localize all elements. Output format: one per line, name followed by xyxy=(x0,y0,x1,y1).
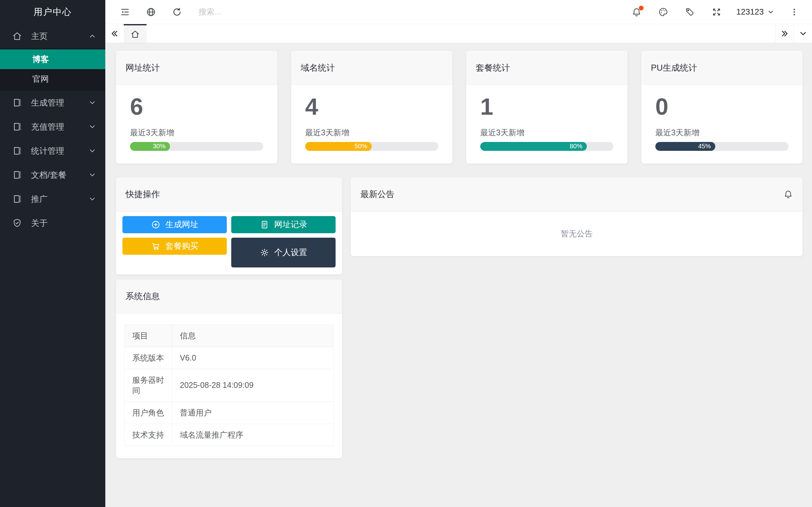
row-value: 2025-08-28 14:09:09 xyxy=(172,369,334,401)
home-tab-icon xyxy=(131,30,140,39)
row-value: 域名流量推广程序 xyxy=(172,424,334,446)
row-value: V6.0 xyxy=(172,347,334,369)
announcements-header: 最新公告 xyxy=(351,177,803,212)
sidebar-item-label: 充值管理 xyxy=(31,121,64,132)
notebook-icon xyxy=(12,146,22,156)
more-options-kebab-icon[interactable] xyxy=(787,5,801,19)
column-header: 项目 xyxy=(125,325,172,347)
announcements-card: 最新公告 暂无公告 xyxy=(351,177,803,256)
stat-recent-label: 最近3天新增 xyxy=(655,127,789,138)
announcements-title: 最新公告 xyxy=(360,188,395,200)
stat-card-body: 6 最近3天新增 30% xyxy=(116,85,277,164)
stat-value: 0 xyxy=(655,95,789,119)
user-menu[interactable]: 123123 xyxy=(736,7,774,17)
table-row: 技术支持 域名流量推广程序 xyxy=(125,424,334,446)
system-info-body: 项目 信息 系统版本 V6.0 服务器时间 xyxy=(116,314,342,458)
stat-recent-label: 最近3天新增 xyxy=(130,127,263,138)
row-value: 普通用户 xyxy=(172,401,334,424)
stat-recent-label: 最近3天新增 xyxy=(305,127,438,138)
sidebar: 用户中心 主页 博客 官网 生成管理 xyxy=(0,0,105,507)
tabs-scroll-left-icon[interactable] xyxy=(105,24,124,43)
sidebar-item-blog[interactable]: 博客 xyxy=(0,49,105,69)
chevron-down-icon xyxy=(88,147,96,155)
table-row: 用户角色 普通用户 xyxy=(125,401,334,424)
progress-fill: 45% xyxy=(655,142,715,151)
sidebar-item-official-site[interactable]: 官网 xyxy=(0,69,105,89)
progress-bar: 30% xyxy=(130,142,263,151)
document-icon xyxy=(260,220,269,229)
sidebar-item-home[interactable]: 主页 xyxy=(0,24,105,48)
stat-card-body: 4 最近3天新增 50% xyxy=(291,85,452,164)
row-label: 系统版本 xyxy=(125,347,172,369)
collapse-sidebar-icon[interactable] xyxy=(118,5,132,19)
home-submenu: 博客 官网 xyxy=(0,48,105,91)
row-system-info: 系统信息 项目 信息 系统版本 xyxy=(116,279,803,458)
app-title: 用户中心 xyxy=(0,0,105,24)
generate-url-button[interactable]: 生成网址 xyxy=(122,216,227,233)
tabbar-spacer xyxy=(147,24,775,43)
stat-recent-label: 最近3天新增 xyxy=(480,127,613,138)
search-input[interactable] xyxy=(199,7,629,16)
sidebar-item-about[interactable]: 关于 xyxy=(0,211,105,235)
chevron-down-icon xyxy=(88,123,96,131)
system-info-card: 系统信息 项目 信息 系统版本 xyxy=(116,279,342,458)
refresh-icon[interactable] xyxy=(170,5,184,19)
notebook-icon xyxy=(12,194,22,204)
column-header: 信息 xyxy=(172,325,334,347)
tabbar xyxy=(105,24,812,43)
progress-percent: 80% xyxy=(570,143,582,150)
sidebar-item-statistics-management[interactable]: 统计管理 xyxy=(0,139,105,163)
sidebar-item-label: 文档/套餐 xyxy=(31,170,66,181)
table-header-row: 项目 信息 xyxy=(125,325,334,347)
progress-fill: 50% xyxy=(305,142,372,151)
topbar-left xyxy=(118,5,184,19)
sidebar-item-recharge-management[interactable]: 充值管理 xyxy=(0,115,105,139)
progress-bar: 50% xyxy=(305,142,438,151)
sidebar-item-docs-packages[interactable]: 文档/套餐 xyxy=(0,163,105,187)
stat-card-title: PU生成统计 xyxy=(641,51,803,85)
announcements-empty-text: 暂无公告 xyxy=(561,228,593,239)
dashboard-content: 网址统计 6 最近3天新增 30% 域名统计 4 xyxy=(105,43,812,507)
sidebar-item-promotion[interactable]: 推广 xyxy=(0,187,105,211)
tabs-scroll-right-icon[interactable] xyxy=(775,24,794,43)
row-label: 技术支持 xyxy=(125,424,172,446)
theme-palette-icon[interactable] xyxy=(656,5,670,19)
progress-percent: 45% xyxy=(698,143,711,150)
announcements-body: 暂无公告 xyxy=(351,212,803,256)
system-info-table: 项目 信息 系统版本 V6.0 服务器时间 xyxy=(124,325,334,446)
progress-fill: 80% xyxy=(480,142,587,151)
tag-icon[interactable] xyxy=(683,5,697,19)
stat-card-pu-generate: PU生成统计 0 最近3天新增 45% xyxy=(641,51,803,164)
quick-actions-title: 快捷操作 xyxy=(116,177,342,212)
stat-card-body: 0 最近3天新增 45% xyxy=(641,85,803,164)
progress-percent: 30% xyxy=(153,143,165,150)
app-root: 用户中心 主页 博客 官网 生成管理 xyxy=(0,0,812,507)
sidebar-item-label: 推广 xyxy=(31,193,48,205)
language-globe-icon[interactable] xyxy=(144,5,158,19)
bell-icon xyxy=(783,189,793,199)
notebook-icon xyxy=(12,122,22,132)
buy-package-button[interactable]: 套餐购买 xyxy=(122,238,227,255)
cart-icon xyxy=(151,241,160,251)
stat-card-url: 网址统计 6 最近3天新增 30% xyxy=(116,51,277,164)
system-info-title: 系统信息 xyxy=(116,279,342,314)
url-records-button[interactable]: 网址记录 xyxy=(231,216,336,233)
circle-plus-icon xyxy=(151,220,160,229)
stat-card-title: 网址统计 xyxy=(116,51,277,85)
personal-settings-button[interactable]: 个人设置 xyxy=(231,238,336,268)
sidebar-item-label: 博客 xyxy=(32,55,49,64)
chevron-down-icon xyxy=(767,8,774,16)
notebook-icon xyxy=(12,98,22,108)
stat-value: 1 xyxy=(480,95,613,119)
chevron-down-icon xyxy=(88,99,96,107)
sidebar-item-generate-management[interactable]: 生成管理 xyxy=(0,91,105,115)
username: 123123 xyxy=(736,7,764,17)
progress-fill: 30% xyxy=(130,142,170,151)
tabs-menu-chevron-icon[interactable] xyxy=(794,24,812,43)
fullscreen-icon[interactable] xyxy=(710,5,723,19)
notifications-bell-icon[interactable] xyxy=(629,5,644,19)
stat-card-body: 1 最近3天新增 80% xyxy=(466,85,627,164)
progress-bar: 80% xyxy=(480,142,613,151)
sidebar-item-label: 主页 xyxy=(31,31,48,42)
tab-home[interactable] xyxy=(124,24,147,43)
